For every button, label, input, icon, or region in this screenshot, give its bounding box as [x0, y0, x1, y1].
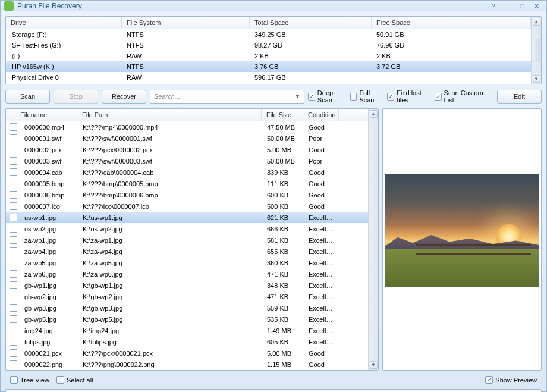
header-filename[interactable]: Filename — [6, 109, 77, 121]
file-condition: Excellent — [304, 224, 339, 234]
drive-row[interactable]: SF TestFiles (G:)NTFS98.27 GB76.96 GB — [6, 40, 531, 51]
help-button[interactable]: ? — [487, 1, 500, 11]
file-checkbox[interactable] — [10, 281, 17, 289]
file-checkbox[interactable] — [10, 293, 17, 300]
file-checkbox[interactable] — [10, 146, 17, 153]
file-checkbox[interactable] — [10, 338, 17, 346]
drive-total: 349.25 GB — [250, 30, 372, 39]
file-row[interactable]: us-wp2.jpgK:\us-wp2.jpg666 KBExcellent — [6, 223, 368, 234]
file-checkbox[interactable] — [10, 180, 17, 187]
select-all-checkbox[interactable]: Select all — [56, 376, 93, 384]
search-input[interactable]: Search... ▼ — [150, 90, 304, 104]
file-checkbox[interactable] — [10, 270, 17, 278]
close-button[interactable]: ✕ — [530, 1, 543, 11]
find-lost-label: Find lost files — [397, 89, 431, 104]
file-checkbox[interactable] — [10, 225, 17, 233]
file-checkbox[interactable] — [10, 315, 17, 323]
title-bar[interactable]: Puran File Recovery ? — □ ✕ — [1, 1, 546, 11]
header-filesize[interactable]: File Size — [262, 109, 303, 121]
file-row[interactable]: img24.jpgK:\img24.jpg1.49 MBExcellent — [6, 325, 368, 336]
file-row[interactable]: us-wp1.jpgK:\us-wp1.jpg621 KBExcellent — [6, 212, 368, 223]
maximize-button[interactable]: □ — [515, 1, 529, 11]
header-condition[interactable]: Condition — [303, 109, 339, 121]
file-row[interactable]: 0000003.swfK:\???\swf\0000003.swf50.00 M… — [6, 155, 368, 167]
file-condition: Good — [304, 349, 339, 358]
header-total-space[interactable]: Total Space — [250, 17, 372, 29]
custom-list-checkbox[interactable]: ✓Scan Custom List — [435, 89, 490, 104]
file-checkbox[interactable] — [10, 349, 17, 357]
file-row[interactable]: gb-wp3.jpgK:\gb-wp3.jpg559 KBExcellent — [6, 302, 368, 313]
tree-view-checkbox[interactable]: Tree View — [10, 376, 49, 384]
dropdown-icon[interactable]: ▼ — [295, 93, 300, 99]
file-path: K:\gb-wp2.jpg — [78, 292, 262, 302]
scroll-thumb[interactable] — [533, 39, 540, 62]
drive-filesystem: RAW — [122, 51, 250, 61]
file-checkbox[interactable] — [10, 157, 17, 165]
stop-button[interactable]: Stop — [54, 90, 98, 104]
file-checkbox[interactable] — [10, 236, 17, 244]
file-row[interactable]: za-wp6.jpgK:\za-wp6.jpg471 KBExcellent — [6, 268, 368, 280]
file-size: 47.50 MB — [262, 123, 304, 132]
file-row[interactable]: 0000007.icoK:\???\ico\0000007.ico500 KBG… — [6, 200, 368, 212]
scroll-up-icon[interactable]: ▲ — [370, 110, 378, 118]
file-row[interactable]: za-wp1.jpgK:\za-wp1.jpg581 KBExcellent — [6, 234, 368, 246]
recover-button[interactable]: Recover — [102, 90, 146, 104]
file-row[interactable]: 0000006.bmpK:\???\bmp\0000006.bmp600 KBG… — [6, 189, 368, 200]
file-checkbox[interactable] — [10, 191, 17, 199]
scroll-down-icon[interactable]: ▼ — [370, 361, 378, 369]
file-checkbox[interactable] — [10, 259, 17, 266]
file-checkbox[interactable] — [10, 134, 17, 142]
drives-scrollbar[interactable]: ▲ ▼ — [531, 17, 541, 84]
header-free-space[interactable]: Free Space — [372, 17, 531, 29]
header-drive[interactable]: Drive — [6, 17, 122, 29]
file-row[interactable]: gb-wp5.jpgK:\gb-wp5.jpg535 KBExcellent — [6, 313, 368, 325]
drive-filesystem: NTFS — [122, 30, 250, 39]
drive-row[interactable]: Physical Drive 0RAW596.17 GB — [6, 72, 531, 83]
files-table[interactable]: Filename File Path File Size Condition 0… — [6, 109, 368, 370]
scroll-down-icon[interactable]: ▼ — [533, 75, 540, 83]
file-row[interactable]: za-wp5.jpgK:\za-wp5.jpg360 KBExcellent — [6, 257, 368, 268]
file-checkbox[interactable] — [10, 327, 17, 334]
header-filepath[interactable]: File Path — [77, 109, 262, 121]
file-row[interactable]: 0000004.cabK:\???\cab\0000004.cab339 KBG… — [6, 167, 368, 178]
file-row[interactable]: tulips.jpgK:\tulips.jpg605 KBExcellent — [6, 336, 368, 347]
drive-name: Physical Drive 0 — [6, 73, 122, 82]
file-checkbox[interactable] — [10, 304, 17, 312]
file-row[interactable]: za-wp4.jpgK:\za-wp4.jpg655 KBExcellent — [6, 246, 368, 257]
file-path: K:\za-wp5.jpg — [78, 258, 262, 268]
drive-free: 2 KB — [372, 51, 531, 61]
file-checkbox[interactable] — [10, 202, 17, 210]
search-placeholder: Search... — [154, 93, 180, 100]
show-preview-checkbox[interactable]: ✓Show Preview — [485, 376, 537, 384]
bottom-bar: Tree View Select all ✓Show Preview — [5, 374, 542, 385]
minimize-button[interactable]: — — [501, 1, 514, 11]
file-condition: Excellent — [304, 326, 339, 335]
drives-table[interactable]: Drive File System Total Space Free Space… — [6, 17, 531, 84]
drive-row[interactable]: HP v165w (K:)NTFS3.76 GB3.72 GB — [6, 61, 531, 72]
deep-scan-checkbox[interactable]: ✓Deep Scan — [308, 89, 347, 104]
file-checkbox[interactable] — [10, 168, 17, 176]
edit-button[interactable]: Edit — [497, 90, 542, 104]
file-row[interactable]: 0000001.swfK:\???\swf\0000001.swf50.00 M… — [6, 133, 368, 144]
file-checkbox[interactable] — [10, 123, 17, 131]
find-lost-checkbox[interactable]: ✓Find lost files — [387, 89, 430, 104]
file-row[interactable]: 0000022.pngK:\???\png\0000022.png1.15 MB… — [6, 359, 368, 370]
file-checkbox[interactable] — [10, 247, 17, 255]
header-filesystem[interactable]: File System — [122, 17, 250, 29]
full-scan-checkbox[interactable]: Full Scan — [350, 89, 384, 104]
file-row[interactable]: gb-wp2.jpgK:\gb-wp2.jpg471 KBExcellent — [6, 291, 368, 302]
file-checkbox[interactable] — [10, 214, 17, 221]
file-row[interactable]: 0000002.pcxK:\???\pcx\0000002.pcx5.00 MB… — [6, 144, 368, 155]
drive-row[interactable]: Storage (F:)NTFS349.25 GB50.91 GB — [6, 29, 531, 40]
file-name: 0000002.pcx — [20, 145, 78, 155]
files-scrollbar[interactable]: ▲ ▼ — [368, 109, 378, 370]
scan-button[interactable]: Scan — [5, 90, 50, 104]
file-row[interactable]: gb-wp1.jpgK:\gb-wp1.jpg348 KBExcellent — [6, 280, 368, 291]
file-row[interactable]: 0000021.pcxK:\???\pcx\0000021.pcx5.00 MB… — [6, 347, 368, 359]
drive-row[interactable]: (I:)RAW2 KB2 KB — [6, 51, 531, 61]
file-checkbox[interactable] — [10, 360, 17, 368]
file-condition: Excellent — [304, 213, 339, 222]
file-row[interactable]: 0000000.mp4K:\???\mp4\0000000.mp447.50 M… — [6, 121, 368, 133]
scroll-up-icon[interactable]: ▲ — [533, 18, 540, 26]
file-row[interactable]: 0000005.bmpK:\???\bmp\0000005.bmp111 KBG… — [6, 178, 368, 189]
